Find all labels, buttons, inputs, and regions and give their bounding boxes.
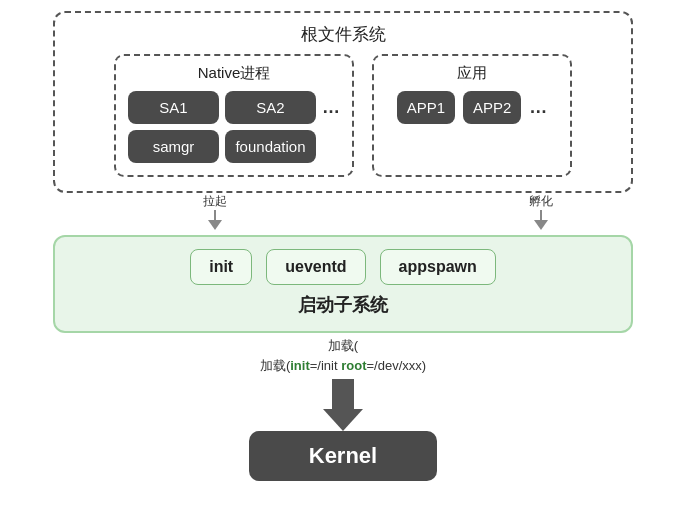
load-root-val: =/dev/xxx) bbox=[366, 358, 426, 373]
app1-item: APP1 bbox=[397, 91, 455, 124]
appspawn-item: appspawn bbox=[380, 249, 496, 285]
boot-items-row: init ueventd appspawn bbox=[190, 249, 496, 285]
load-init-val: =/init bbox=[310, 358, 341, 373]
app-dots: … bbox=[529, 97, 547, 118]
sa1-item: SA1 bbox=[128, 91, 219, 124]
arrow-shaft bbox=[332, 379, 354, 409]
load-text: 加载(init=/init root=/dev/xxx) bbox=[260, 357, 426, 375]
fuhua-label: 孵化 bbox=[529, 193, 553, 210]
kernel-box: Kernel bbox=[249, 431, 437, 481]
arrow-head bbox=[323, 409, 363, 431]
laqi-label: 拉起 bbox=[203, 193, 227, 210]
native-process-box: Native进程 SA1 SA2 … samgr foundation bbox=[114, 54, 354, 177]
foundation-item: foundation bbox=[225, 130, 316, 163]
init-item: init bbox=[190, 249, 252, 285]
load-prefix-text: 加载( bbox=[260, 358, 290, 373]
app-box: 应用 APP1 APP2 … bbox=[372, 54, 572, 177]
app-label: 应用 bbox=[386, 64, 558, 83]
native-items-grid: SA1 SA2 … samgr foundation bbox=[128, 91, 340, 163]
main-container: 根文件系统 Native进程 SA1 SA2 … samgr foundatio… bbox=[23, 11, 663, 501]
samgr-item: samgr bbox=[128, 130, 219, 163]
app-items-grid: APP1 APP2 … bbox=[386, 91, 558, 124]
inner-sections-row: Native进程 SA1 SA2 … samgr foundation 应用 A… bbox=[71, 54, 615, 177]
ueventd-item: ueventd bbox=[266, 249, 365, 285]
boot-subsystem-box: init ueventd appspawn 启动子系统 bbox=[53, 235, 633, 333]
big-down-arrow bbox=[323, 379, 363, 431]
native-dots-top: … bbox=[322, 97, 340, 118]
native-process-label: Native进程 bbox=[128, 64, 340, 83]
load-root-key: root bbox=[341, 358, 366, 373]
app2-item: APP2 bbox=[463, 91, 521, 124]
root-filesystem-box: 根文件系统 Native进程 SA1 SA2 … samgr foundatio… bbox=[53, 11, 633, 193]
root-fs-label: 根文件系统 bbox=[71, 23, 615, 46]
big-arrow-area: 加载( 加载(init=/init root=/dev/xxx) bbox=[260, 337, 426, 431]
boot-title: 启动子系统 bbox=[298, 293, 388, 317]
load-label: 加载( bbox=[328, 337, 358, 355]
arrow-row: 拉起 孵化 bbox=[53, 193, 633, 235]
sa2-item: SA2 bbox=[225, 91, 316, 124]
load-init-key: init bbox=[290, 358, 310, 373]
boot-area: init ueventd appspawn 启动子系统 bbox=[53, 235, 633, 333]
